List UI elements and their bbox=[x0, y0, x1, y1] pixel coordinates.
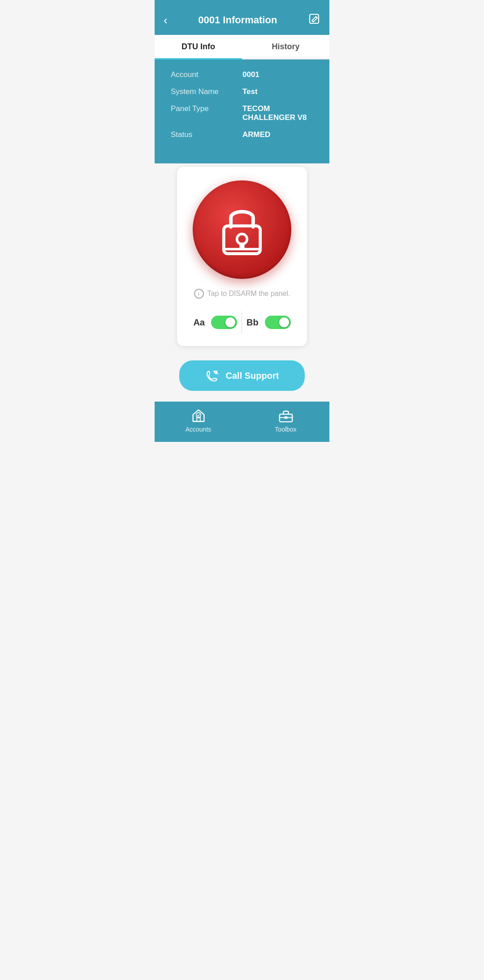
toggle-a-switch[interactable] bbox=[211, 316, 237, 329]
tab-dtu-info[interactable]: DTU Info bbox=[155, 35, 242, 59]
tab-bar: DTU Info History bbox=[155, 35, 329, 60]
toggle-b-knob bbox=[279, 317, 289, 327]
header: ‹ 0001 Information bbox=[155, 0, 329, 35]
toggle-group-a: Aa bbox=[193, 316, 237, 329]
system-name-value: Test bbox=[242, 87, 258, 96]
tap-instruction-text: Tap to DISARM the panel. bbox=[207, 290, 290, 298]
toggle-b-switch[interactable] bbox=[265, 316, 291, 329]
account-label: Account bbox=[171, 70, 242, 79]
status-label: Status bbox=[171, 130, 242, 139]
tap-instruction: i Tap to DISARM the panel. bbox=[194, 289, 290, 299]
system-name-label: System Name bbox=[171, 87, 242, 96]
status-badge: ARMED bbox=[242, 130, 270, 139]
panel-type-value: TECOM CHALLENGER V8 bbox=[242, 104, 313, 122]
content-area: i Tap to DISARM the panel. Aa Bb bbox=[155, 163, 329, 402]
accounts-icon bbox=[190, 407, 207, 423]
toggle-a-knob bbox=[225, 317, 235, 327]
call-support-label: Call Support bbox=[226, 371, 279, 381]
toggle-a-label: Aa bbox=[193, 317, 205, 328]
disarm-button[interactable] bbox=[193, 180, 291, 279]
arm-disarm-card: i Tap to DISARM the panel. Aa Bb bbox=[177, 167, 307, 346]
edit-button[interactable] bbox=[308, 13, 320, 28]
page-title: 0001 Information bbox=[198, 14, 277, 26]
accounts-nav-label: Accounts bbox=[186, 426, 212, 433]
toggles-row: Aa Bb bbox=[186, 311, 298, 334]
toggle-divider bbox=[242, 311, 242, 334]
panel-type-label: Panel Type bbox=[171, 104, 242, 113]
tab-history[interactable]: History bbox=[242, 35, 329, 59]
system-name-row: System Name Test bbox=[171, 87, 313, 96]
info-section: Account 0001 System Name Test Panel Type… bbox=[155, 60, 329, 163]
back-button[interactable]: ‹ bbox=[164, 14, 168, 26]
account-row: Account 0001 bbox=[171, 70, 313, 79]
account-value: 0001 bbox=[242, 70, 259, 79]
phone-icon bbox=[205, 368, 220, 383]
info-icon: i bbox=[194, 289, 204, 299]
toolbox-icon bbox=[278, 407, 294, 423]
status-row: Status ARMED bbox=[171, 130, 313, 139]
toolbox-nav-label: Toolbox bbox=[275, 426, 296, 433]
call-support-button[interactable]: Call Support bbox=[179, 360, 305, 391]
bottom-nav: Accounts Toolbox bbox=[155, 402, 329, 442]
svg-rect-6 bbox=[279, 414, 292, 422]
toggle-group-b: Bb bbox=[246, 316, 291, 329]
nav-item-toolbox[interactable]: Toolbox bbox=[242, 407, 329, 433]
nav-item-accounts[interactable]: Accounts bbox=[155, 407, 242, 433]
panel-type-row: Panel Type TECOM CHALLENGER V8 bbox=[171, 104, 313, 122]
toggle-b-label: Bb bbox=[246, 317, 259, 328]
